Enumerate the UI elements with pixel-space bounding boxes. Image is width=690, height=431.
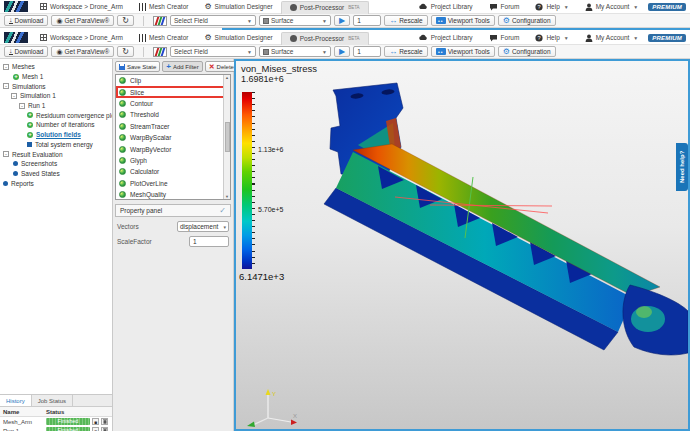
tab-simulation-designer[interactable]: ⚙ Simulation Designer [196,31,280,44]
download-icon: ↓ [9,48,13,55]
tree-item-result-evaluation[interactable]: -Result Evaluation [3,149,112,159]
project-library-button[interactable]: Project Library [410,31,481,44]
delete-button[interactable] [101,418,108,425]
play-button[interactable]: ▶ [334,46,350,57]
cube-icon [263,49,269,55]
tab-history[interactable]: History [0,395,32,406]
project-library-button[interactable]: Project Library [410,0,481,13]
collapse-icon[interactable]: - [19,103,25,109]
app-logo[interactable] [4,1,28,12]
tree-item-saved-states[interactable]: Saved States [3,169,112,179]
scrollbar[interactable]: ▲ ▼ [223,75,230,199]
tab-mesh-creator[interactable]: Mesh Creator [131,0,196,13]
tab-mesh-creator[interactable]: Mesh Creator [131,31,196,44]
blue-dot-icon [13,171,18,176]
tree-item-solution-fields[interactable]: +Solution fields [3,130,112,140]
premium-badge[interactable]: PREMIUM [648,34,686,42]
my-account-menu[interactable]: My Account▼ [577,31,647,44]
representation-dropdown[interactable]: Surface ▼ [259,46,331,57]
scale-factor-input[interactable]: 1 [189,236,229,247]
tab-post-processor[interactable]: Post-Processor BETA [281,1,369,14]
legend-max-value: 1.6981e+6 [241,74,284,84]
download-button[interactable]: ↓ Download [4,15,48,26]
premium-badge[interactable]: PREMIUM [648,3,686,11]
representation-dropdown[interactable]: Surface ▼ [259,15,331,26]
help-menu[interactable]: ? Help▼ [527,0,576,13]
tree-item-residuum-convergence-plot[interactable]: +Residuum convergence plot [3,110,112,120]
refresh-button[interactable]: ↻ [117,15,134,26]
drone-arm-model[interactable] [236,61,688,429]
filter-item-slice[interactable]: Slice [116,86,230,97]
collapse-icon[interactable]: - [3,151,9,157]
color-legend-bar[interactable] [242,92,252,269]
help-menu[interactable]: ? Help▼ [527,31,576,44]
cloud-icon [418,3,428,10]
forum-button[interactable]: Forum [481,31,528,44]
rescale-button[interactable]: ↔ Rescale [384,46,427,57]
get-paraview-button[interactable]: ◉ Get ParaView® [51,15,114,26]
tree-item-screenshots[interactable]: Screenshots [3,159,112,169]
cube-icon [263,18,269,24]
filter-item-streamtracer[interactable]: StreamTracer [116,121,230,132]
collapse-icon[interactable]: - [3,64,9,70]
chevron-down-icon: ▼ [322,18,327,24]
scroll-down-icon[interactable]: ▼ [225,194,229,199]
need-help-tab[interactable]: Need help? [676,143,688,191]
play-icon: ▶ [339,16,345,25]
tab-simulation-designer[interactable]: ⚙ Simulation Designer [196,0,280,13]
collapse-icon[interactable]: - [3,83,9,89]
property-panel-header[interactable]: Property panel ✓ [115,204,231,217]
delete-button[interactable] [101,427,108,431]
select-field-dropdown[interactable]: Select Field▼ [170,15,256,26]
filter-item-warpbyscalar[interactable]: WarpByScalar [116,132,230,143]
scroll-up-icon[interactable]: ▲ [225,75,229,80]
filter-item-meshquality[interactable]: MeshQuality [116,189,230,200]
frame-input[interactable]: 1 [353,46,381,57]
filter-icon [119,191,126,198]
vectors-dropdown[interactable]: displacement ▾ [177,221,229,232]
tab-job-status[interactable]: Job Status [32,395,73,406]
tree-item-mesh-1[interactable]: +Mesh 1 [3,72,112,82]
tree-item-number-of-iterations[interactable]: +Number of iterations [3,120,112,130]
3d-viewport[interactable]: von_Mises_stress 1.6981e+6 1.13e+6 5.70e… [234,59,690,431]
tree-item-total-system-energy[interactable]: Total system energy [3,140,112,150]
x-axis-arrow [291,420,297,426]
rescale-button[interactable]: ↔ Rescale [384,15,427,26]
save-state-button[interactable]: Save State [115,61,160,72]
app-logo[interactable] [4,32,28,43]
filter-item-threshold[interactable]: Threshold [116,109,230,120]
filter-item-contour[interactable]: Contour [116,98,230,109]
configuration-button[interactable]: ⚙ Configuration [498,46,556,57]
apply-check-icon[interactable]: ✓ [219,206,226,215]
workspace-breadcrumb[interactable]: Workspace > Drone_Arm [32,31,131,44]
refresh-button[interactable]: ↻ [117,46,134,57]
tree-item-meshes[interactable]: -Meshes [3,62,112,72]
filter-item-clip[interactable]: Clip [116,75,230,86]
filter-item-calculator[interactable]: Calculator [116,166,230,177]
stop-button[interactable]: ■ [92,418,99,425]
download-button[interactable]: ↓ Download [4,46,48,57]
tree-item-simulations[interactable]: -Simulations [3,81,112,91]
filter-item-warpbyvector[interactable]: WarpByVector [116,143,230,154]
tab-post-processor[interactable]: Post-Processor BETA [281,32,369,45]
configuration-button[interactable]: ⚙ Configuration [498,15,556,26]
stop-button[interactable]: ■ [92,427,99,431]
add-filter-button[interactable]: + Add Filter [162,61,202,72]
collapse-icon[interactable]: - [11,93,17,99]
forum-button[interactable]: Forum [481,0,528,13]
workspace-breadcrumb[interactable]: Workspace > Drone_Arm [32,0,131,13]
get-paraview-button[interactable]: ◉ Get ParaView® [51,46,114,57]
viewport-tools-button[interactable]: •• Viewport Tools [431,15,495,26]
filter-item-glyph[interactable]: Glyph [116,155,230,166]
tree-item-simulation-1[interactable]: -Simulation 1 [3,91,112,101]
my-account-menu[interactable]: My Account▼ [577,0,647,13]
filter-item-plotoverline[interactable]: PlotOverLine [116,178,230,189]
viewport-tools-button[interactable]: •• Viewport Tools [431,46,495,57]
tree-item-reports[interactable]: Reports [3,178,112,188]
scrollbar-thumb[interactable] [225,122,230,152]
select-field-dropdown[interactable]: Select Field▼ [170,46,256,57]
play-button[interactable]: ▶ [334,15,350,26]
tree-item-run-1[interactable]: -Run 1 [3,101,112,111]
workspace-icon [40,3,47,10]
frame-input[interactable]: 1 [353,15,381,26]
